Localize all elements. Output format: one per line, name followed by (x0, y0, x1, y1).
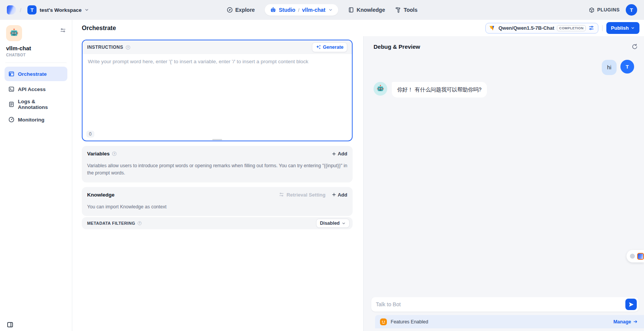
chat-input[interactable] (376, 301, 625, 307)
account-avatar[interactable]: T (626, 4, 637, 16)
dify-logo[interactable] (7, 5, 16, 14)
restart-conversation-icon[interactable] (631, 43, 638, 50)
manage-features-link[interactable]: Manage (613, 319, 638, 325)
debug-footer: Features Enabled Manage (364, 297, 644, 331)
sidebar-divider (5, 62, 67, 63)
robot-icon (270, 7, 276, 13)
tools-icon (395, 7, 401, 13)
model-selector[interactable]: Qwen/Qwen1.5-7B-Chat COMPLETION (485, 23, 598, 34)
variables-title: Variables (87, 151, 110, 157)
monitoring-icon (8, 117, 14, 123)
user-message-bubble: hi (602, 60, 617, 75)
workspace-switcher[interactable]: T test's Workspace (25, 4, 91, 16)
explore-icon (227, 7, 233, 13)
user-chat-avatar: T (620, 60, 634, 74)
sidebar: vllm-chat CHATBOT Orchestrate API Access… (0, 20, 72, 331)
plugins-button[interactable]: PLUGINS (589, 7, 620, 13)
model-mode-badge: COMPLETION (557, 25, 586, 31)
drag-dot-icon (630, 254, 635, 259)
sidebar-item-label: Orchestrate (18, 71, 47, 77)
nav-explore[interactable]: Explore (227, 7, 255, 13)
workspace-name: test's Workspace (40, 7, 81, 13)
app-shell: vllm-chat CHATBOT Orchestrate API Access… (0, 20, 644, 331)
char-count-badge: 0 (86, 131, 94, 138)
knowledge-description: You can import Knowledge as context (82, 203, 353, 216)
sparkles-icon (316, 45, 321, 50)
debug-preview-title: Debug & Preview (374, 43, 420, 50)
app-avatar (6, 25, 22, 41)
help-icon[interactable]: ? (112, 151, 117, 156)
nav-knowledge[interactable]: Knowledge (348, 7, 385, 13)
metadata-filtering-title: METADATA FILTERING (87, 221, 135, 225)
debug-preview-panel: Debug & Preview hi T (363, 36, 644, 331)
resize-handle[interactable] (212, 139, 222, 140)
sidebar-item-label: Logs & Annotations (18, 99, 64, 110)
chevron-down-icon[interactable] (328, 8, 333, 12)
api-access-icon (8, 86, 14, 92)
prompt-editor[interactable]: Write your prompt word here, enter '{' t… (83, 54, 352, 141)
breadcrumb-separator: / (20, 7, 21, 13)
workspace-avatar: T (27, 5, 37, 14)
generate-button[interactable]: Generate (312, 42, 347, 52)
model-params-icon[interactable] (588, 25, 594, 31)
nav-tools-label: Tools (404, 7, 417, 13)
metadata-filtering-row: METADATA FILTERING ? Disabled (82, 217, 353, 229)
generate-label: Generate (323, 45, 343, 50)
app-settings-icon[interactable] (60, 27, 66, 33)
instructions-title: INSTRUCTIONS (87, 45, 123, 50)
features-bar: Features Enabled Manage (375, 315, 644, 328)
chat-message-bot: 你好！ 有什么问题我可以帮助你吗? (374, 82, 634, 97)
nav-tools[interactable]: Tools (395, 7, 417, 13)
sidebar-item-monitoring[interactable]: Monitoring (5, 112, 67, 127)
top-header: / T test's Workspace Explore Studio / vl… (0, 0, 644, 20)
retrieval-setting-label: Retrieval Setting (286, 192, 326, 198)
sidebar-item-logs-annotations[interactable]: Logs & Annotations (5, 97, 67, 112)
header-right: PLUGINS T (589, 4, 637, 16)
svg-text:?: ? (114, 152, 115, 155)
nav-studio-label: Studio (279, 7, 296, 13)
metadata-filtering-dropdown[interactable]: Disabled (316, 219, 350, 228)
nav-studio[interactable]: Studio / vllm-chat (265, 4, 338, 16)
collapse-sidebar-icon[interactable] (7, 321, 13, 328)
chevron-down-icon (84, 8, 89, 12)
header-left: / T test's Workspace (7, 4, 91, 16)
chat-input-bar (371, 297, 639, 312)
svg-text:?: ? (139, 222, 140, 224)
robot-avatar-icon (376, 85, 385, 93)
bot-chat-avatar (374, 82, 387, 96)
arrow-right-icon (633, 319, 638, 324)
main-area: Orchestrate Qwen/Qwen1.5-7B-Chat COMPLET… (72, 20, 644, 331)
page-title: Orchestrate (82, 25, 116, 32)
logs-icon (8, 101, 14, 107)
sidebar-item-api-access[interactable]: API Access (5, 82, 67, 96)
help-icon[interactable]: ? (137, 221, 142, 225)
help-floating-widget[interactable] (627, 250, 644, 262)
orchestrate-icon (8, 71, 14, 77)
plus-icon (332, 152, 336, 156)
add-knowledge-label: Add (338, 192, 347, 198)
chat-message-user: hi T (374, 60, 634, 75)
add-knowledge-button[interactable]: Add (332, 192, 347, 198)
knowledge-icon (348, 7, 354, 13)
sidebar-item-orchestrate[interactable]: Orchestrate (5, 67, 67, 81)
knowledge-title: Knowledge (87, 192, 114, 198)
topbar-divider (602, 25, 603, 31)
retrieval-setting-button[interactable]: Retrieval Setting (279, 192, 326, 198)
nav-explore-label: Explore (235, 7, 255, 13)
help-icon[interactable]: ? (126, 45, 130, 50)
prompt-placeholder: Write your prompt word here, enter '{' t… (88, 59, 347, 64)
plus-icon (332, 192, 336, 197)
add-variable-label: Add (338, 151, 347, 157)
publish-button[interactable]: Publish (606, 22, 639, 34)
features-enabled-label: Features Enabled (391, 319, 428, 325)
manage-label: Manage (613, 319, 631, 325)
app-name: vllm-chat (6, 45, 66, 51)
send-button[interactable] (625, 299, 637, 310)
metadata-filtering-value: Disabled (320, 221, 340, 226)
features-icon (380, 318, 387, 326)
sidebar-item-label: Monitoring (18, 117, 45, 123)
studio-separator: / (298, 7, 299, 13)
svg-text:?: ? (127, 46, 129, 48)
add-variable-button[interactable]: Add (332, 151, 347, 157)
vllm-logo-icon (490, 26, 496, 31)
